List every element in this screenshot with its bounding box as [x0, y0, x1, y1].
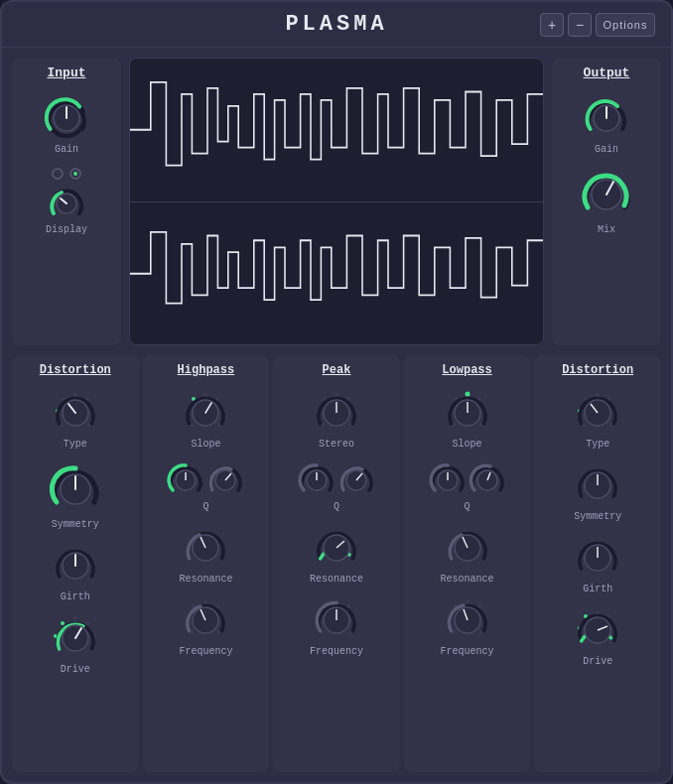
highpass-q-knob1[interactable]	[167, 461, 204, 499]
svg-point-97	[466, 600, 470, 604]
waveform-panel	[129, 58, 544, 345]
display-dot1-icon	[51, 167, 65, 181]
input-gain-knob[interactable]	[43, 94, 90, 142]
highpass-frequency-label: Frequency	[179, 646, 232, 657]
distortion-left-symmetry-label: Symmetry	[52, 519, 99, 530]
highpass-q-knob2[interactable]	[206, 461, 244, 499]
distortion-left-girth-knob[interactable]	[52, 542, 99, 589]
peak-resonance-container: Resonance	[310, 524, 363, 585]
lowpass-slope-knob[interactable]	[444, 389, 491, 437]
input-gain-label: Gain	[55, 144, 78, 155]
output-gain-knob-container: Gain	[583, 94, 630, 155]
input-gain-knob-container: Gain	[43, 94, 90, 155]
plugin-container: PLASMA + − Options Input	[0, 0, 673, 784]
waveform-bottom	[130, 202, 543, 345]
svg-point-3	[53, 169, 63, 179]
output-gain-knob[interactable]	[583, 94, 630, 142]
distortion-left-symmetry-container: Symmetry	[48, 461, 103, 530]
waveform-top	[130, 59, 543, 202]
lowpass-slope-label: Slope	[453, 439, 482, 450]
peak-stereo-container: Stereo	[313, 389, 360, 450]
add-button[interactable]: +	[540, 13, 564, 37]
lowpass-q-knob1[interactable]	[429, 461, 467, 499]
input-display-label: Display	[46, 224, 87, 235]
highpass-resonance-knob[interactable]	[182, 524, 229, 572]
distortion-right-drive-knob[interactable]	[574, 606, 621, 654]
distortion-left-drive-knob[interactable]	[52, 614, 99, 662]
top-section: Input Gain	[2, 48, 671, 355]
plugin-title: PLASMA	[285, 12, 387, 37]
svg-point-106	[596, 393, 600, 397]
output-mix-knob[interactable]	[579, 167, 634, 222]
highpass-resonance-container: Resonance	[179, 524, 232, 585]
svg-point-26	[86, 621, 90, 625]
input-display-knob[interactable]	[48, 185, 85, 222]
distortion-right-type-label: Type	[586, 439, 609, 450]
peak-resonance-knob[interactable]	[313, 524, 360, 572]
distortion-right-symmetry-knob[interactable]	[574, 461, 621, 509]
output-panel: Output Gain	[552, 58, 661, 345]
output-title: Output	[584, 65, 630, 80]
highpass-q-label: Q	[202, 501, 208, 512]
svg-point-34	[203, 393, 207, 397]
header: PLASMA + − Options	[2, 2, 671, 48]
peak-q-knob2[interactable]	[337, 461, 375, 499]
col-highpass: Highpass	[143, 355, 270, 772]
col-peak: Peak St	[273, 355, 400, 772]
distortion-right-girth-knob[interactable]	[574, 534, 621, 582]
distortion-left-type-knob[interactable]	[52, 389, 99, 437]
input-title: Input	[47, 65, 85, 80]
display-dot2-icon	[68, 167, 82, 181]
col-distortion-right-title: Distortion	[562, 363, 633, 377]
output-gain-label: Gain	[595, 144, 618, 155]
lowpass-frequency-label: Frequency	[441, 646, 494, 657]
svg-point-49	[203, 600, 207, 604]
lowpass-q-knob2[interactable]	[469, 461, 506, 499]
output-mix-label: Mix	[598, 224, 615, 235]
svg-point-58	[335, 393, 338, 397]
distortion-right-type-knob[interactable]	[574, 389, 621, 437]
distortion-left-symmetry-knob[interactable]	[48, 461, 103, 517]
output-mix-knob-container: Mix	[579, 167, 634, 235]
lowpass-q-container: Q	[429, 461, 506, 512]
col-peak-title: Peak	[323, 363, 351, 377]
peak-q-knob1[interactable]	[298, 461, 336, 499]
distortion-left-girth-label: Girth	[61, 591, 90, 602]
col-distortion-right: Distortion	[534, 355, 661, 772]
distortion-right-girth-label: Girth	[583, 584, 612, 594]
highpass-resonance-label: Resonance	[179, 574, 232, 585]
minus-button[interactable]: −	[568, 13, 592, 37]
col-highpass-title: Highpass	[178, 363, 235, 377]
lowpass-frequency-knob[interactable]	[444, 596, 491, 644]
peak-frequency-container: Frequency	[310, 596, 363, 657]
svg-point-31	[61, 621, 65, 625]
distortion-right-symmetry-container: Symmetry	[574, 461, 621, 522]
lowpass-resonance-container: Resonance	[441, 524, 494, 585]
highpass-frequency-container: Frequency	[179, 596, 232, 657]
col-distortion-left-title: Distortion	[40, 363, 111, 377]
highpass-slope-label: Slope	[191, 439, 220, 450]
peak-resonance-label: Resonance	[310, 574, 363, 585]
options-button[interactable]: Options	[596, 13, 655, 37]
highpass-slope-container: Slope	[182, 389, 229, 450]
highpass-slope-knob[interactable]	[182, 389, 229, 437]
header-controls: + − Options	[540, 13, 655, 37]
peak-q-label: Q	[334, 501, 339, 512]
svg-point-82	[465, 392, 470, 397]
input-display-knob-container: Display	[46, 167, 87, 235]
input-panel: Input Gain	[12, 58, 121, 345]
svg-point-25	[73, 616, 77, 620]
lowpass-resonance-knob[interactable]	[444, 524, 491, 572]
highpass-q-container: Q	[167, 461, 244, 512]
lowpass-slope-container: Slope	[444, 389, 491, 450]
svg-point-5	[73, 172, 77, 176]
bottom-section: Distortion	[2, 355, 671, 782]
peak-stereo-label: Stereo	[319, 439, 354, 450]
peak-stereo-knob[interactable]	[313, 389, 360, 437]
lowpass-q-label: Q	[465, 501, 471, 512]
highpass-frequency-knob[interactable]	[182, 596, 229, 644]
lowpass-frequency-container: Frequency	[441, 596, 494, 657]
distortion-right-symmetry-label: Symmetry	[574, 511, 621, 522]
peak-frequency-knob[interactable]	[313, 596, 360, 644]
distortion-left-drive-container: Drive	[52, 614, 99, 675]
